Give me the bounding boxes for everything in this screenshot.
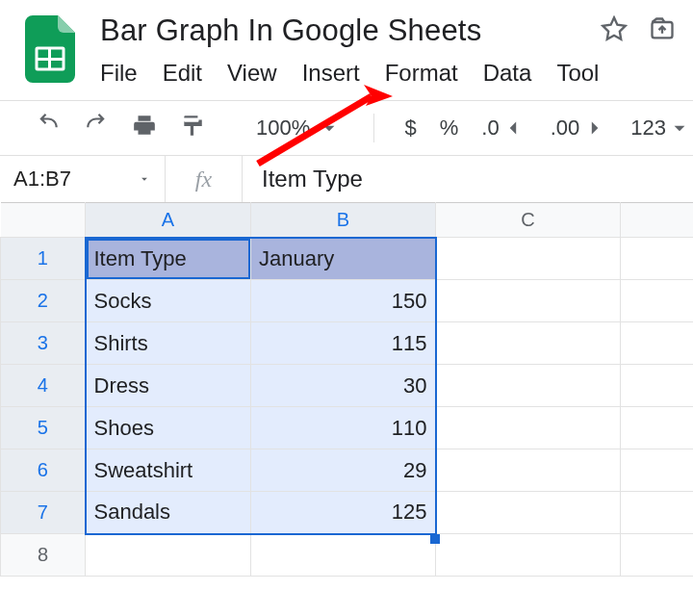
arrow-left-icon bbox=[500, 116, 527, 141]
name-box[interactable]: A1:B7 bbox=[0, 156, 166, 202]
cell-D5[interactable] bbox=[621, 407, 694, 449]
cell-A7[interactable]: Sandals bbox=[86, 492, 251, 534]
app-logo bbox=[0, 13, 100, 83]
chevron-down-icon bbox=[666, 116, 693, 141]
cell-A5[interactable]: Shoes bbox=[86, 407, 251, 449]
svg-rect-2 bbox=[48, 48, 51, 69]
col-header-D[interactable] bbox=[621, 203, 694, 238]
row-header-2[interactable]: 2 bbox=[1, 280, 86, 322]
toolbar: 100% $ % .0 .00 123 bbox=[0, 101, 693, 155]
number-format-dropdown[interactable]: 123 bbox=[630, 116, 693, 141]
cell-A1[interactable]: Item Type bbox=[86, 238, 251, 280]
cell-C3[interactable] bbox=[436, 322, 621, 365]
cell-A6[interactable]: Sweatshirt bbox=[86, 449, 251, 492]
decrease-decimal-button[interactable]: .0 bbox=[481, 116, 526, 141]
cell-D3[interactable] bbox=[621, 322, 694, 365]
row-header-8[interactable]: 8 bbox=[1, 534, 86, 577]
row-header-7[interactable]: 7 bbox=[1, 492, 86, 534]
formula-bar[interactable]: Item Type bbox=[243, 166, 693, 192]
star-icon[interactable] bbox=[601, 15, 628, 46]
cell-D6[interactable] bbox=[621, 449, 694, 492]
cell-D8[interactable] bbox=[621, 534, 694, 577]
select-all-corner[interactable] bbox=[1, 203, 86, 238]
cell-D7[interactable] bbox=[621, 492, 694, 534]
chevron-down-icon bbox=[316, 116, 343, 141]
document-title[interactable]: Bar Graph In Google Sheets bbox=[100, 13, 481, 48]
col-header-C[interactable]: C bbox=[436, 203, 621, 238]
cell-C5[interactable] bbox=[436, 407, 621, 449]
fx-label: fx bbox=[166, 156, 243, 202]
menu-view[interactable]: View bbox=[227, 60, 277, 87]
cell-B3[interactable]: 115 bbox=[251, 322, 436, 365]
cell-C4[interactable] bbox=[436, 365, 621, 407]
zoom-dropdown[interactable]: 100% bbox=[256, 116, 343, 141]
cell-D2[interactable] bbox=[621, 280, 694, 322]
cell-B4[interactable]: 30 bbox=[251, 365, 436, 407]
cell-B2[interactable]: 150 bbox=[251, 280, 436, 322]
cell-C8[interactable] bbox=[436, 534, 621, 577]
selection-handle[interactable] bbox=[430, 534, 440, 544]
row-header-6[interactable]: 6 bbox=[1, 449, 86, 492]
row-header-4[interactable]: 4 bbox=[1, 365, 86, 407]
undo-icon[interactable] bbox=[35, 113, 62, 143]
cell-B1[interactable]: January bbox=[251, 238, 436, 280]
menu-tools[interactable]: Tool bbox=[556, 60, 599, 87]
format-percent-button[interactable]: % bbox=[440, 116, 459, 141]
increase-decimal-button[interactable]: .00 bbox=[551, 116, 608, 141]
cell-C6[interactable] bbox=[436, 449, 621, 492]
cell-C7[interactable] bbox=[436, 492, 621, 534]
col-header-B[interactable]: B bbox=[251, 203, 436, 238]
move-icon[interactable] bbox=[649, 15, 676, 46]
menu-format[interactable]: Format bbox=[385, 60, 458, 87]
format-currency-button[interactable]: $ bbox=[405, 116, 417, 141]
paint-format-icon[interactable] bbox=[179, 113, 206, 143]
cell-A3[interactable]: Shirts bbox=[86, 322, 251, 365]
row-header-3[interactable]: 3 bbox=[1, 322, 86, 365]
cell-A8[interactable] bbox=[86, 534, 251, 577]
row-header-1[interactable]: 1 bbox=[1, 238, 86, 280]
menubar: File Edit View Insert Format Data Tool bbox=[100, 60, 693, 87]
menu-data[interactable]: Data bbox=[483, 60, 532, 87]
menu-insert[interactable]: Insert bbox=[302, 60, 360, 87]
cell-C2[interactable] bbox=[436, 280, 621, 322]
name-box-value: A1:B7 bbox=[13, 167, 71, 192]
cell-B7[interactable]: 125 bbox=[251, 492, 436, 534]
cell-B6[interactable]: 29 bbox=[251, 449, 436, 492]
cell-B5[interactable]: 110 bbox=[251, 407, 436, 449]
menu-file[interactable]: File bbox=[100, 60, 138, 87]
cell-A2[interactable]: Socks bbox=[86, 280, 251, 322]
print-icon[interactable] bbox=[131, 113, 158, 143]
cell-C1[interactable] bbox=[436, 238, 621, 280]
chevron-down-icon bbox=[138, 172, 151, 186]
arrow-right-icon bbox=[580, 116, 607, 141]
spreadsheet-grid[interactable]: A B C 1 Item Type January 2 Socks 150 3 bbox=[0, 202, 693, 577]
cell-A4[interactable]: Dress bbox=[86, 365, 251, 407]
menu-edit[interactable]: Edit bbox=[163, 60, 202, 87]
row-header-5[interactable]: 5 bbox=[1, 407, 86, 449]
redo-icon[interactable] bbox=[83, 113, 110, 143]
cell-D1[interactable] bbox=[621, 238, 694, 280]
cell-B8[interactable] bbox=[251, 534, 436, 577]
cell-D4[interactable] bbox=[621, 365, 694, 407]
col-header-A[interactable]: A bbox=[86, 203, 251, 238]
